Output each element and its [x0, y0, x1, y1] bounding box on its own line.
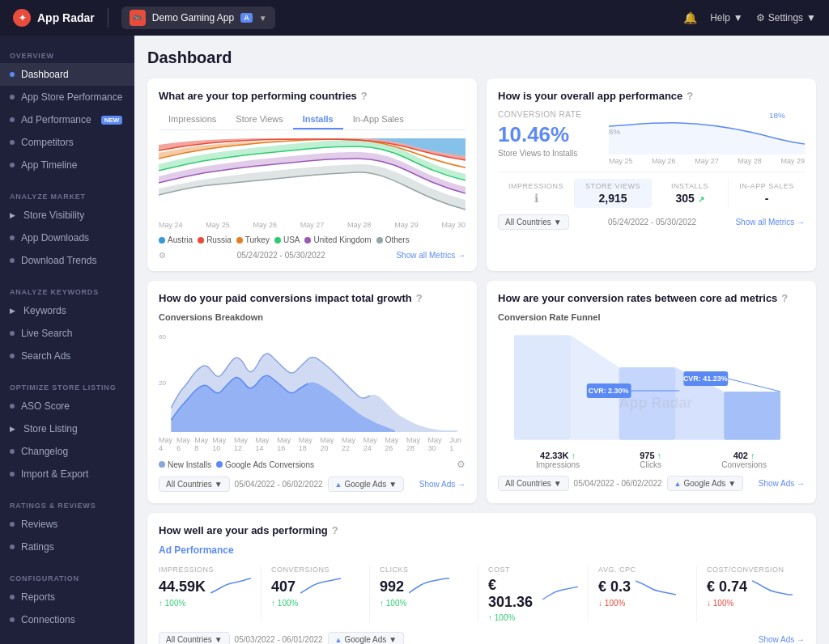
sidebar-item-competitors[interactable]: Competitors	[0, 131, 134, 154]
main-content: Dashboard What are your top performing c…	[134, 36, 829, 644]
sidebar-item-aso-score[interactable]: ASO Score	[0, 395, 134, 417]
settings-icon[interactable]: ⚙	[457, 459, 466, 470]
sidebar-item-keywords[interactable]: ▶ Keywords	[0, 299, 134, 322]
sidebar-label: Live Search	[21, 328, 72, 339]
show-ads-link[interactable]: Show Ads →	[419, 480, 466, 489]
metrics-row: IMPRESSIONS ℹ STORE VIEWS 2,915 INSTALLS…	[498, 172, 805, 208]
sidebar-label: Store Listing	[23, 423, 78, 434]
metric-in-app-sales: IN-APP SALES -	[729, 179, 805, 208]
date-range: 05/24/2022 - 05/30/2022	[237, 251, 325, 260]
sidebar-label: Dashboard	[21, 69, 69, 80]
svg-text:CVR: 2.30%: CVR: 2.30%	[589, 387, 629, 395]
settings-icon[interactable]: ⚙	[159, 251, 166, 260]
ad-metric-value-row: 44.59K	[159, 577, 251, 596]
sidebar-item-store-visibility[interactable]: ▶ Store Visibility	[0, 204, 134, 227]
sidebar-item-search-ads[interactable]: Search Ads	[0, 345, 134, 367]
conversions-value: 402 ↑	[721, 451, 767, 460]
ads-filter[interactable]: ▲ Google Ads ▼	[667, 476, 744, 491]
sidebar-item-app-downloads[interactable]: App Downloads	[0, 227, 134, 249]
country-chart	[159, 138, 466, 219]
chevron-down-icon: ▼	[215, 635, 223, 644]
sidebar-item-reviews[interactable]: Reviews	[0, 513, 134, 536]
settings-button[interactable]: ⚙ Settings ▼	[756, 12, 816, 23]
chevron-down-icon: ▼	[215, 480, 223, 489]
funnel-clicks: 975 ↑ Clicks	[640, 451, 661, 469]
tab-installs[interactable]: Installs	[293, 110, 343, 129]
market-title: ANALYZE MARKET	[0, 189, 134, 204]
ad-metric-value-row: 992	[380, 577, 468, 596]
date-row: All Countries ▼ 05/03/2022 - 06/01/2022 …	[159, 632, 805, 644]
dot-icon	[10, 617, 15, 622]
sidebar-item-changelog[interactable]: Changelog	[0, 440, 134, 463]
sidebar: OVERVIEW Dashboard App Store Performance…	[0, 36, 134, 644]
country-filter[interactable]: All Countries ▼	[159, 477, 230, 492]
sidebar-item-ad-performance[interactable]: Ad Performance NEW	[0, 108, 134, 131]
conv-rate-label: CONVERSION RATE	[498, 110, 596, 119]
dot-icon	[10, 595, 15, 600]
sidebar-item-live-search[interactable]: Live Search	[0, 322, 134, 345]
tab-store-views[interactable]: Store Views	[226, 110, 293, 129]
avg-cpc-value: € 0.3	[598, 578, 631, 595]
show-all-metrics-link[interactable]: Show all Metrics →	[396, 251, 466, 260]
new-badge: NEW	[101, 116, 123, 125]
metric-store-views[interactable]: STORE VIEWS 2,915	[575, 179, 652, 208]
expand-icon: ▶	[10, 425, 15, 433]
sidebar-item-reports[interactable]: Reports	[0, 586, 134, 608]
notification-bell[interactable]: 🔔	[683, 11, 697, 24]
ratings-section: RATINGS & REVIEWS Reviews Ratings	[0, 498, 134, 558]
cost-conversion-change: ↓ 100%	[707, 599, 795, 608]
metric-installs[interactable]: INSTALLS 305 ↗	[652, 179, 729, 208]
funnel-chart: CVR: 2.30% CVR: 41.23% App Radar 42.33K …	[498, 327, 805, 469]
logo-text: App Radar	[37, 11, 95, 24]
dot-icon	[10, 163, 15, 167]
app-icon: 🎮	[130, 10, 146, 26]
mid-cards-row: How do your paid conversions impact tota…	[147, 281, 816, 503]
metric-store-views-value: 2,915	[578, 192, 648, 205]
help-button[interactable]: Help ▼	[710, 12, 743, 23]
country-filter[interactable]: All Countries ▼	[159, 632, 230, 644]
svg-text:20: 20	[159, 379, 167, 387]
ad-metric-impressions: IMPRESSIONS 44.59K ↑ 100%	[159, 566, 261, 622]
funnel-svg: CVR: 2.30% CVR: 41.23% App Radar	[506, 327, 797, 448]
sidebar-item-appstore-performance[interactable]: App Store Performance	[0, 86, 134, 108]
dot-icon	[10, 258, 15, 263]
country-filter[interactable]: All Countries ▼	[498, 214, 569, 230]
show-ads-link[interactable]: Show Ads →	[759, 635, 805, 644]
dot-icon	[10, 354, 15, 358]
layout: OVERVIEW Dashboard App Store Performance…	[0, 36, 829, 644]
chart-legend: New Installs Google Ads Conversions ⚙	[159, 459, 466, 470]
sidebar-item-dashboard[interactable]: Dashboard	[0, 63, 134, 86]
chevron-down-icon: ▼	[733, 12, 743, 23]
sidebar-label: Search Ads	[21, 350, 70, 362]
topbar: ✦ App Radar 🎮 Demo Gaming App A ▼ 🔔 Help…	[0, 0, 829, 36]
dot-icon	[10, 117, 15, 122]
ads-filter[interactable]: ▲ Google Ads ▼	[328, 632, 405, 644]
app-selector[interactable]: 🎮 Demo Gaming App A ▼	[121, 6, 275, 29]
tab-in-app-sales[interactable]: In-App Sales	[343, 110, 414, 129]
sidebar-item-store-listing[interactable]: ▶ Store Listing	[0, 417, 134, 440]
sidebar-item-download-trends[interactable]: Download Trends	[0, 249, 134, 272]
country-filter[interactable]: All Countries ▼	[498, 476, 569, 491]
tab-impressions[interactable]: Impressions	[159, 110, 226, 129]
sidebar-label: Keywords	[23, 305, 66, 316]
chart-legend: Austria Russia Turkey USA United Kingdom…	[159, 235, 466, 244]
ads-filter[interactable]: ▲ Google Ads ▼	[328, 477, 405, 492]
sidebar-label: Ad Performance	[21, 114, 91, 125]
sidebar-item-import-export[interactable]: Import & Export	[0, 463, 134, 485]
sidebar-item-ratings[interactable]: Ratings	[0, 536, 134, 558]
sidebar-label: Reports	[21, 591, 55, 603]
sidebar-item-connections[interactable]: Connections	[0, 608, 134, 631]
impressions-change: ↑ 100%	[159, 599, 251, 608]
cost-conversion-sparkline	[752, 577, 793, 596]
chevron-down-icon: ▼	[554, 218, 562, 227]
sidebar-item-app-timeline[interactable]: App Timeline	[0, 154, 134, 176]
show-all-metrics-link[interactable]: Show all Metrics →	[735, 218, 805, 227]
question-icon: ?	[332, 524, 338, 536]
market-section: ANALYZE MARKET ▶ Store Visibility App Do…	[0, 189, 134, 272]
show-ads-link[interactable]: Show Ads →	[759, 479, 805, 488]
legend-austria: Austria	[159, 235, 193, 244]
ad-metric-cost-conversion: COST/CONVERSION € 0.74 ↓ 100%	[697, 566, 805, 622]
page-title: Dashboard	[147, 49, 816, 67]
legend-others: Others	[376, 235, 410, 244]
conversions-value: 407	[271, 578, 295, 595]
